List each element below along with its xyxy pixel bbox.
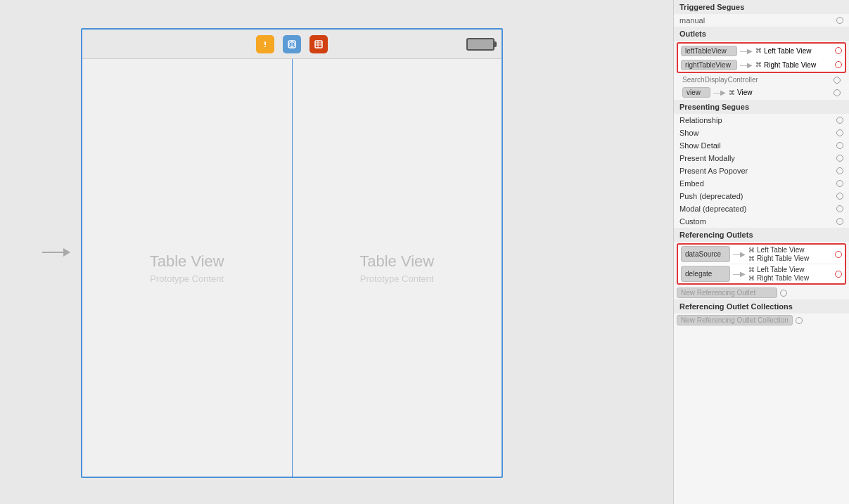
outlet-name-right: rightTableView	[681, 60, 737, 70]
manual-label: manual	[679, 16, 836, 25]
split-view: Table View Prototype Content Table View …	[82, 59, 502, 477]
segue-push-circle[interactable]	[836, 193, 843, 200]
left-table-view-label: Table View	[150, 252, 224, 271]
delegate-block: delegate —▶ ⌘ Left Table View ⌘ Right Ta…	[678, 264, 845, 283]
segue-embed-circle[interactable]	[836, 180, 843, 187]
delegate-target-right: ⌘ Right Table View	[748, 274, 832, 282]
segue-show-circle[interactable]	[836, 129, 843, 136]
outlet-circle-left[interactable]	[835, 47, 842, 54]
device-container: Table View Prototype Content Table View …	[81, 28, 503, 478]
arrow-indicator	[42, 248, 70, 257]
manual-row: manual	[674, 14, 849, 27]
segue-custom-circle[interactable]	[836, 218, 843, 225]
svg-rect-2	[264, 46, 266, 47]
new-ref-box: New Referencing Outlet	[677, 287, 777, 298]
segue-modal-circle[interactable]	[836, 205, 843, 212]
delegate-target-left: ⌘ Left Table View	[748, 266, 832, 273]
referencing-outlet-collections-header: Referencing Outlet Collections	[674, 299, 849, 314]
new-ref-circle[interactable]	[780, 290, 787, 297]
datasource-name: dataSource	[681, 246, 730, 262]
delegate-circles	[835, 266, 842, 282]
new-outlet-collection-circle[interactable]	[796, 317, 803, 324]
icon-cube[interactable]	[283, 35, 301, 53]
outlet-name-left: leftTableView	[681, 46, 737, 56]
arrow-line	[42, 252, 63, 253]
triggered-segues-circle[interactable]	[836, 17, 843, 24]
delegate-circle[interactable]	[835, 271, 842, 278]
left-prototype-label: Prototype Content	[150, 273, 224, 284]
battery-indicator	[466, 38, 494, 51]
presenting-segues-header: Presenting Segues	[674, 100, 849, 114]
segue-present-as-popover-circle[interactable]	[836, 167, 843, 174]
referencing-section: dataSource —▶ ⌘ Left Table View ⌘ Right …	[677, 243, 846, 285]
segue-modal: Modal (deprecated)	[674, 202, 849, 215]
view-target: ⌘ View	[729, 89, 831, 96]
outlet-target-right: ⌘ Right Table View	[755, 61, 832, 69]
datasource-circles	[835, 246, 842, 262]
datasource-arrow: —▶	[733, 246, 746, 262]
segue-show-detail-circle[interactable]	[836, 142, 843, 149]
delegate-targets: ⌘ Left Table View ⌘ Right Table View	[748, 266, 832, 282]
right-prototype-label: Prototype Content	[360, 273, 434, 284]
icon-yellow-svg	[260, 39, 270, 49]
segue-show: Show	[674, 127, 849, 139]
referencing-outlets-header: Referencing Outlets	[674, 228, 849, 242]
segue-push: Push (deprecated)	[674, 190, 849, 202]
arrow-head	[63, 248, 70, 257]
outlet-target-left: ⌘ Left Table View	[755, 47, 832, 55]
right-table-view-label: Table View	[359, 252, 434, 271]
icon-table-svg	[314, 39, 324, 49]
arrow-conn-right: —▶	[740, 61, 753, 69]
datasource-target-right: ⌘ Right Table View	[748, 254, 832, 262]
triggered-segues-header: Triggered Segues	[674, 0, 849, 14]
device-top-bar	[82, 30, 502, 59]
delegate-name: delegate	[681, 266, 730, 282]
view-circle[interactable]	[834, 89, 841, 96]
segue-show-detail: Show Detail	[674, 139, 849, 152]
icon-yellow[interactable]	[256, 35, 274, 53]
view-name-box: view	[682, 87, 710, 98]
arrow-conn-left: —▶	[740, 47, 753, 55]
sdc-name: SearchDisplayController	[682, 76, 831, 84]
datasource-targets: ⌘ Left Table View ⌘ Right Table View	[748, 246, 832, 262]
outlet-row-right: rightTableView —▶ ⌘ Right Table View	[678, 58, 845, 72]
segue-relationship-circle[interactable]	[836, 117, 843, 124]
view-arrow: —▶	[713, 89, 726, 96]
segue-present-as-popover: Present As Popover	[674, 164, 849, 177]
right-inspector-panel: Triggered Segues manual Outlets leftTabl…	[673, 0, 849, 504]
segue-relationship: Relationship	[674, 114, 849, 127]
icon-cube-svg	[287, 39, 297, 49]
new-ref-row: New Referencing Outlet	[674, 286, 849, 299]
outlet-row-left: leftTableView —▶ ⌘ Left Table View	[678, 44, 845, 58]
outlets-header: Outlets	[674, 27, 849, 41]
segue-embed: Embed	[674, 177, 849, 190]
outlets-section: leftTableView —▶ ⌘ Left Table View right…	[677, 42, 846, 73]
new-outlet-collection-row: New Referencing Outlet Collection	[674, 314, 849, 327]
segue-present-modally: Present Modally	[674, 152, 849, 164]
datasource-circle[interactable]	[835, 251, 842, 258]
segue-custom: Custom	[674, 215, 849, 228]
datasource-target-left: ⌘ Left Table View	[748, 246, 832, 254]
left-table-panel: Table View Prototype Content	[82, 59, 293, 477]
svg-rect-6	[315, 41, 322, 48]
icon-table[interactable]	[309, 35, 328, 53]
segue-present-modally-circle[interactable]	[836, 155, 843, 162]
canvas-area: Table View Prototype Content Table View …	[0, 0, 673, 504]
svg-rect-1	[264, 41, 266, 45]
sdc-row: SearchDisplayController	[677, 75, 846, 85]
new-outlet-collection-box: New Referencing Outlet Collection	[677, 315, 793, 325]
datasource-block: dataSource —▶ ⌘ Left Table View ⌘ Right …	[678, 245, 845, 264]
delegate-arrow: —▶	[733, 266, 746, 282]
right-table-panel: Table View Prototype Content	[293, 59, 502, 477]
sdc-circle[interactable]	[834, 77, 841, 84]
outlet-circle-right[interactable]	[835, 61, 842, 68]
view-outlet-row: view —▶ ⌘ View	[677, 86, 846, 99]
